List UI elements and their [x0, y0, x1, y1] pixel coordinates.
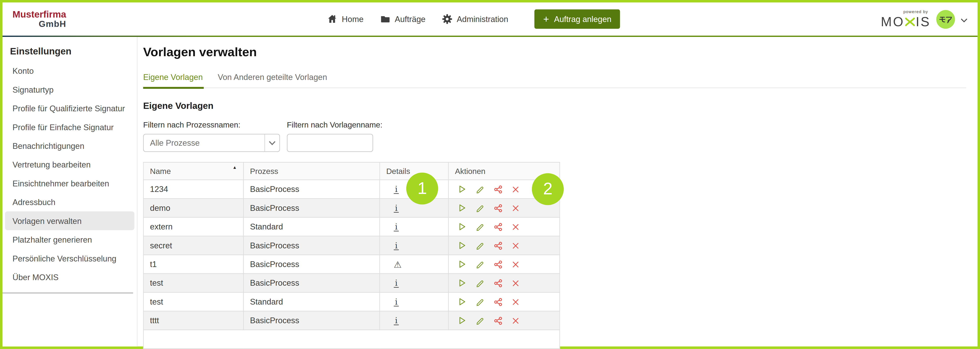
sidebar-item-über-moxis[interactable]: Über MOXIS: [5, 268, 135, 286]
column-header-name[interactable]: Name ▲: [143, 163, 243, 180]
info-icon[interactable]: i: [394, 222, 399, 231]
delete-x-icon[interactable]: [511, 185, 520, 193]
select-chevron-icon: [264, 134, 280, 151]
cell-actions: [449, 274, 560, 292]
cell-details: i: [380, 311, 449, 330]
table-row: t1 BasicProcess ⚠: [143, 255, 560, 274]
row-actions: [455, 203, 553, 213]
create-order-button[interactable]: + Auftrag anlegen: [535, 10, 620, 29]
run-template-icon[interactable]: [458, 222, 467, 231]
delete-x-icon[interactable]: [511, 279, 520, 287]
warning-icon[interactable]: ⚠: [394, 259, 401, 269]
edit-pencil-icon[interactable]: [476, 241, 485, 250]
company-logo-line2: GmbH: [13, 19, 66, 29]
run-template-icon[interactable]: [458, 260, 467, 269]
chevron-down-icon[interactable]: [961, 14, 967, 25]
delete-x-icon[interactable]: [511, 316, 520, 325]
sidebar-item-einsichtnehmer-bearbeiten[interactable]: Einsichtnehmer bearbeiten: [5, 174, 135, 193]
info-icon[interactable]: i: [394, 185, 399, 194]
share-icon[interactable]: [494, 204, 503, 212]
nav-label-home: Home: [342, 14, 364, 24]
table-row: 1234 BasicProcess i: [143, 180, 560, 198]
filter-bar: Filtern nach Prozessnamen: Alle Prozesse…: [143, 121, 978, 152]
table-row: demo BasicProcess i: [143, 199, 560, 217]
share-icon[interactable]: [494, 260, 503, 269]
column-header-process[interactable]: Prozess: [243, 163, 380, 180]
edit-pencil-icon[interactable]: [476, 278, 485, 288]
home-icon: [327, 14, 337, 24]
share-icon[interactable]: [494, 298, 503, 306]
sidebar-item-vorlagen-verwalten[interactable]: Vorlagen verwalten: [5, 211, 135, 230]
cell-details: i: [380, 236, 449, 255]
delete-x-icon[interactable]: [511, 241, 520, 250]
nav-item-auftraege[interactable]: Aufträge: [380, 14, 425, 24]
sidebar-item-persönliche-verschlüsselung[interactable]: Persönliche Verschlüsselung: [5, 249, 135, 268]
column-header-name-label: Name: [150, 167, 171, 175]
section-title: Eigene Vorlagen: [143, 100, 978, 111]
run-template-icon[interactable]: [458, 297, 467, 306]
cell-actions: [449, 236, 560, 255]
template-name-input[interactable]: [287, 134, 373, 152]
delete-x-icon[interactable]: [511, 222, 520, 231]
share-icon[interactable]: [494, 185, 503, 193]
run-template-icon[interactable]: [458, 278, 467, 288]
tab-geteilte-vorlagen[interactable]: Von Anderen geteilte Vorlagen: [218, 73, 328, 88]
cell-name: extern: [143, 217, 243, 236]
process-filter-label: Filtern nach Prozessnamen:: [143, 121, 280, 129]
row-actions: [455, 316, 553, 325]
nav-item-administration[interactable]: Administration: [442, 14, 508, 24]
edit-pencil-icon[interactable]: [476, 316, 485, 325]
moxis-wordmark-pre: MO: [881, 15, 904, 28]
delete-x-icon[interactable]: [511, 260, 520, 269]
info-icon[interactable]: i: [394, 316, 399, 325]
edit-pencil-icon[interactable]: [476, 203, 485, 213]
edit-pencil-icon[interactable]: [476, 260, 485, 269]
create-order-button-label: Auftrag anlegen: [554, 14, 611, 24]
annotation-callout-2: 2: [532, 173, 564, 205]
delete-x-icon[interactable]: [511, 204, 520, 212]
sidebar-item-profile-für-qualifizierte-signatur[interactable]: Profile für Qualifizierte Signatur: [5, 99, 135, 118]
edit-pencil-icon[interactable]: [476, 222, 485, 231]
share-icon[interactable]: [494, 316, 503, 325]
cell-process: BasicProcess: [243, 180, 380, 198]
user-avatar[interactable]: [936, 10, 955, 29]
cell-name: test: [143, 274, 243, 292]
sidebar-item-profile-für-einfache-signatur[interactable]: Profile für Einfache Signatur: [5, 118, 135, 136]
info-icon[interactable]: i: [394, 279, 399, 288]
sidebar-item-platzhalter-generieren[interactable]: Platzhalter generieren: [5, 230, 135, 249]
info-icon[interactable]: i: [394, 204, 399, 213]
info-icon[interactable]: i: [394, 298, 399, 307]
edit-pencil-icon[interactable]: [476, 297, 485, 306]
sidebar-item-konto[interactable]: Konto: [5, 61, 135, 80]
share-icon[interactable]: [494, 222, 503, 231]
nav-item-home[interactable]: Home: [327, 14, 363, 24]
company-logo-line1: Musterfirma: [13, 10, 66, 19]
table-footer-row: [143, 330, 560, 349]
process-filter-select[interactable]: Alle Prozesse: [143, 134, 280, 152]
share-icon[interactable]: [494, 279, 503, 287]
table-row: extern Standard i: [143, 217, 560, 236]
cell-process: BasicProcess: [243, 311, 380, 330]
run-template-icon[interactable]: [458, 203, 467, 213]
cell-name: t1: [143, 255, 243, 274]
gear-icon: [442, 14, 452, 24]
edit-pencil-icon[interactable]: [476, 184, 485, 194]
sidebar-item-adressbuch[interactable]: Adressbuch: [5, 193, 135, 211]
sidebar-item-vertretung-bearbeiten[interactable]: Vertretung bearbeiten: [5, 155, 135, 174]
nav-label-auftraege: Aufträge: [395, 14, 425, 24]
delete-x-icon[interactable]: [511, 298, 520, 306]
tab-eigene-vorlagen[interactable]: Eigene Vorlagen: [143, 73, 204, 88]
run-template-icon[interactable]: [458, 184, 467, 194]
sidebar-item-signaturtyp[interactable]: Signaturtyp: [5, 80, 135, 99]
template-filter-label: Filtern nach Vorlagenname:: [287, 121, 382, 129]
cell-actions: [449, 311, 560, 330]
info-icon[interactable]: i: [394, 241, 399, 250]
sidebar-item-benachrichtigungen[interactable]: Benachrichtigungen: [5, 136, 135, 155]
run-template-icon[interactable]: [458, 241, 467, 250]
share-icon[interactable]: [494, 241, 503, 250]
cell-details: i: [380, 217, 449, 236]
row-actions: [455, 297, 553, 306]
row-actions: [455, 222, 553, 231]
run-template-icon[interactable]: [458, 316, 467, 325]
cell-process: BasicProcess: [243, 236, 380, 255]
